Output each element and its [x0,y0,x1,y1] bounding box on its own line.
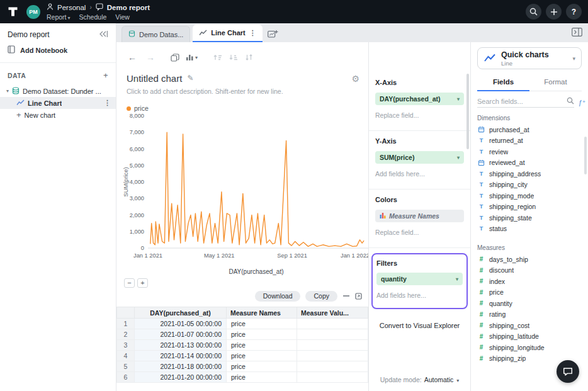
svg-text:7,000: 7,000 [130,129,144,135]
quick-charts-selector[interactable]: Quick charts Line ▾ [477,47,582,69]
filters-dropzone[interactable]: Add fields here... [376,292,463,299]
help-button[interactable]: ? [566,4,582,20]
collapse-table-icon[interactable] [342,293,350,299]
undo-back-icon[interactable]: ← [128,52,137,62]
mini-columns-icon [380,212,386,220]
field-item-price[interactable]: #price [477,287,582,298]
field-item-status[interactable]: Tstatus [477,224,582,235]
field-item-shipping_longitude[interactable]: #shipping_longitude [477,342,582,353]
new-chart-button[interactable]: + New chart [0,109,116,121]
dataset-tree-item[interactable]: ▾ Demo Dataset: Dunder ... [0,85,116,97]
tab-line-chart[interactable]: Line Chart ⋮ [193,25,262,42]
report-name[interactable]: Demo report [107,4,150,11]
menu-view[interactable]: View [115,13,130,21]
panel-toggle-icon[interactable] [572,28,582,38]
formula-fx-icon[interactable]: ƒ⁺ [579,99,585,106]
add-data-button[interactable]: + [103,71,108,80]
chart-settings-gear-icon[interactable]: ⚙ [351,74,359,84]
field-item-rating[interactable]: #rating [477,309,582,320]
filters-field-pill[interactable]: quantity▾ [376,273,463,285]
table-row[interactable]: 52021-01-18 00:00:00price [117,361,368,372]
zoom-out-button[interactable]: − [124,278,135,288]
field-item-shipping_mode[interactable]: Tshipping_mode [477,190,582,201]
x-axis-dropzone[interactable]: Replace field... [375,111,464,119]
fields-panel: Quick charts Line ▾ Fields Format ƒ⁺ [471,42,588,391]
x-axis-field-pill[interactable]: DAY(purchased_at)▾ [375,93,464,105]
field-item-shipping_cost[interactable]: #shipping_cost [477,320,582,331]
zoom-controls: − + [124,278,368,288]
field-label: shipping_latitude [489,332,539,340]
colors-field-pill[interactable]: Measure Names [375,210,464,222]
search-fields-input[interactable] [477,98,567,105]
sort-descending-icon [229,54,239,61]
collapse-sidebar-icon[interactable] [99,30,108,39]
field-item-purchased_at[interactable]: purchased_at [477,124,582,135]
sidebar-item-line-chart[interactable]: Line Chart ⋮ [0,97,116,109]
field-item-days_to_ship[interactable]: #days_to_ship [477,254,582,265]
field-item-shipping_latitude[interactable]: #shipping_latitude [477,331,582,343]
field-item-index[interactable]: #index [477,276,582,287]
field-item-reviewed_at[interactable]: reviewed_at [477,157,582,169]
field-item-discount[interactable]: #discount [477,265,582,276]
field-item-shipping_state[interactable]: Tshipping_state [477,212,582,224]
tab-fields[interactable]: Fields [477,74,529,91]
calendar-icon [477,159,485,166]
line-chart-svg[interactable]: 01,0002,0003,0004,0005,0006,0007,0008,00… [119,112,368,277]
workspace-name[interactable]: Personal [57,4,86,11]
table-header-measure-value[interactable]: Measure Valu... [297,307,368,319]
fields-scrollbar[interactable] [584,137,587,174]
download-button[interactable]: Download [255,291,301,302]
result-table: DAY(purchased_at) Measure Names Measure … [116,307,368,383]
table-row[interactable]: 62021-01-20 00:00:00price [117,372,368,383]
search-icon [567,97,574,106]
database-icon [128,30,135,38]
chevron-down-icon: ▾ [6,88,9,94]
menu-schedule[interactable]: Schedule [79,13,107,21]
add-notebook-button[interactable]: Add Notebook [8,45,108,55]
breadcrumb: Personal › Demo report Report▾ Schedule … [47,3,150,21]
chart-title[interactable]: Untitled chart [127,73,182,84]
tab-format[interactable]: Format [529,74,582,91]
table-header-date[interactable]: DAY(purchased_at) [135,307,227,319]
field-item-shipping_address[interactable]: Tshipping_address [477,168,582,179]
y-axis-label: Y-Axis [375,137,464,145]
field-item-quantity[interactable]: #quantity [477,298,582,309]
chart-legend[interactable]: price [127,105,368,112]
table-row[interactable]: 42021-01-14 00:00:00price [117,351,368,361]
table-row[interactable]: 22021-01-07 00:00:00price [117,329,368,340]
field-label: price [489,288,504,296]
menu-report[interactable]: Report▾ [47,13,71,21]
field-item-shipping_region[interactable]: Tshipping_region [477,201,582,213]
chevron-down-icon: ▾ [68,15,71,21]
duplicate-chart-icon[interactable] [171,54,179,62]
new-tab-button[interactable] [268,30,278,39]
field-item-returned_at[interactable]: Treturned_at [477,135,582,147]
edit-title-pencil-icon[interactable]: ✎ [187,74,193,82]
tab-demo-dataset[interactable]: Demo Datas... [122,26,190,42]
copy-button[interactable]: Copy [305,291,337,302]
field-label: status [489,225,507,232]
kebab-menu-icon[interactable]: ⋮ [104,99,116,107]
chat-support-button[interactable] [557,360,579,383]
y-axis-field-pill[interactable]: SUM(price)▾ [375,151,464,164]
kebab-menu-icon[interactable]: ⋮ [249,29,256,37]
y-axis-dropzone[interactable]: Add fields here... [375,170,464,178]
update-mode-select[interactable]: Automatic ▾ [424,376,460,383]
table-row[interactable]: 32021-01-13 00:00:00price [117,340,368,351]
chart-description[interactable]: Click to add chart description. Shift-en… [127,88,358,96]
app-logo-icon[interactable] [5,4,20,20]
field-item-review[interactable]: Treview [477,146,582,157]
expand-table-icon[interactable] [355,293,362,300]
convert-to-visual-explorer-link[interactable]: Convert to Visual Explorer [369,322,470,329]
colors-dropzone[interactable]: Replace field... [375,229,464,236]
add-button[interactable] [546,4,562,20]
avatar[interactable]: PM [26,5,40,19]
zoom-in-button[interactable]: + [137,278,148,288]
table-header-measure-names[interactable]: Measure Names [227,307,297,319]
number-icon: # [477,322,485,329]
chart-type-picker-icon[interactable]: ▾ [186,54,198,61]
config-scrollbar[interactable] [466,74,469,149]
table-row[interactable]: 12021-01-05 00:00:00price [117,319,368,329]
search-button[interactable] [526,4,541,20]
field-item-shipping_city[interactable]: Tshipping_city [477,179,582,191]
